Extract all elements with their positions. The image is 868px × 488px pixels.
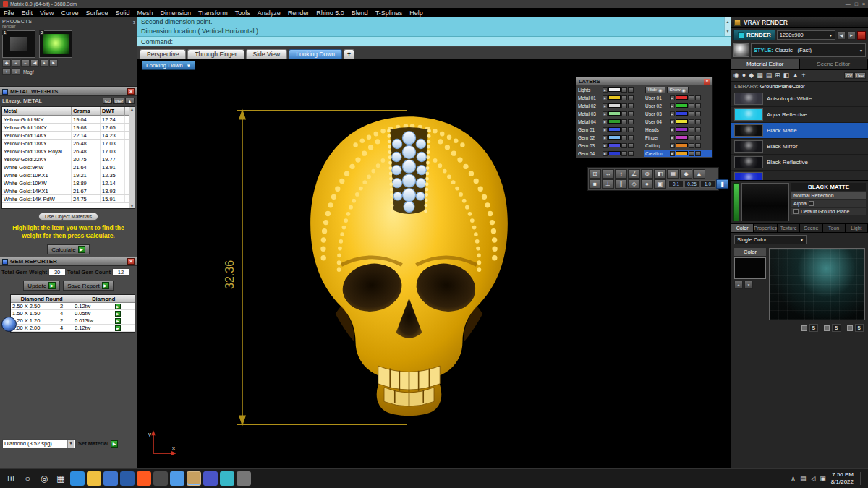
maximize-button[interactable]: □	[855, 1, 858, 7]
layer-expand-icon[interactable]: ▶	[603, 127, 608, 132]
layer-visibility-icon[interactable]	[695, 127, 701, 132]
layer-row[interactable]: User 03 ▶	[644, 110, 712, 117]
layer-visibility-icon[interactable]	[628, 111, 634, 116]
transform-tool-button[interactable]: ■	[589, 179, 601, 189]
taskbar-icon[interactable]	[170, 471, 184, 486]
menu-item[interactable]: Surface	[85, 9, 108, 17]
style-dropdown[interactable]: STYLE: Clazzic - (Fast) ▼	[751, 43, 866, 57]
layer-visibility-icon[interactable]	[695, 151, 701, 156]
color-picker-field[interactable]	[769, 248, 865, 320]
material-list-item[interactable]	[731, 171, 868, 181]
total-gem-count-input[interactable]	[112, 268, 129, 276]
layer-expand-icon[interactable]: ▶	[603, 95, 608, 100]
layer-visibility-icon[interactable]	[695, 135, 701, 140]
projects-tool-button[interactable]: ►	[49, 59, 58, 67]
snap-increment-button[interactable]: 0.25	[684, 180, 699, 188]
layer-lock-icon[interactable]	[689, 111, 694, 116]
library-mini-button[interactable]: GU	[103, 98, 112, 104]
swatch-edit-button[interactable]: +	[734, 281, 743, 289]
property-tab[interactable]: Toon	[823, 224, 846, 232]
transform-tool-button[interactable]: ↔	[602, 169, 614, 179]
layer-lock-icon[interactable]	[689, 119, 694, 124]
gem-table-row[interactable]: 2.50 X 2.5020.12tw ▶	[11, 303, 135, 310]
layer-row[interactable]: Gem 01 ▶	[577, 126, 644, 133]
layer-row[interactable]: User 01 ▶	[644, 94, 712, 101]
layer-row[interactable]: Metal 02 ▶	[577, 102, 644, 109]
alpha-checkbox[interactable]	[809, 201, 814, 206]
metal-table-row[interactable]: Yellow Gold:14KY22.1414.23	[2, 132, 135, 140]
taskbar-clock[interactable]: 7:56 PM 8/1/2022	[831, 471, 854, 486]
menu-item[interactable]: Edit	[22, 9, 33, 17]
metal-table-scrollbar[interactable]: ▲▼	[129, 107, 135, 208]
color-mode-dropdown[interactable]: Single Color ▼	[734, 235, 807, 244]
layer-row[interactable]: Lights ▶	[577, 86, 644, 93]
layer-color-swatch[interactable]	[676, 111, 688, 116]
metal-table-row[interactable]: Yellow Gold:10KY19.6812.65	[2, 124, 135, 132]
gem-row-go-icon[interactable]: ▶	[115, 304, 121, 309]
close-button[interactable]: ×	[862, 1, 865, 7]
material-tool-icon[interactable]: ◆	[749, 72, 754, 80]
taskbar-icon[interactable]	[220, 471, 234, 486]
menu-item[interactable]: Analyze	[258, 9, 281, 17]
transform-tool-button[interactable]: ●	[641, 179, 653, 189]
minimize-button[interactable]: —	[846, 1, 851, 7]
material-tool-icon[interactable]: ◉	[733, 72, 739, 80]
r-value[interactable]: 5	[809, 324, 818, 332]
layer-color-swatch[interactable]	[608, 119, 621, 124]
layer-color-swatch[interactable]	[676, 119, 688, 124]
transform-tool-button[interactable]: ∠	[628, 169, 640, 179]
projects-tool-button[interactable]: ↑	[2, 68, 11, 75]
layer-color-swatch[interactable]	[676, 95, 688, 100]
system-tray-icon[interactable]: ▣	[820, 475, 826, 482]
system-tray-icon[interactable]: ▤	[800, 475, 807, 482]
transform-tool-button[interactable]: ⊥	[602, 179, 614, 189]
transform-tool-button[interactable]: ▲	[693, 169, 705, 179]
library-mini-button[interactable]: User	[113, 98, 124, 104]
total-gem-weight-input[interactable]	[48, 268, 66, 276]
menu-item[interactable]: Render	[288, 9, 310, 17]
projects-tool-button[interactable]: ↓	[12, 68, 20, 75]
view-tab[interactable]: Side View	[246, 49, 288, 59]
metal-table-row[interactable]: Yellow Gold:9KY19.0412.24	[2, 116, 135, 124]
layer-lock-icon[interactable]	[689, 95, 694, 100]
metal-table-row[interactable]: Yellow Gold:18KY Royal26.4817.03	[2, 147, 135, 155]
layer-lock-icon[interactable]	[621, 87, 627, 93]
taskbar-icon[interactable]	[103, 471, 118, 486]
projects-tool-button[interactable]: +	[12, 59, 20, 67]
menu-item[interactable]: Rhino 5.0	[316, 9, 344, 17]
view-selector-button[interactable]: Looking Down ▼	[142, 61, 195, 70]
taskbar-icon[interactable]: ◎	[37, 471, 51, 486]
layer-lock-icon[interactable]	[689, 135, 694, 140]
taskbar-icon[interactable]: ⊞	[4, 471, 18, 486]
preview-slider[interactable]	[733, 183, 739, 221]
layer-color-swatch[interactable]	[676, 103, 688, 108]
ground-plane-row[interactable]: Default Ground Plane	[791, 208, 866, 215]
calculate-button[interactable]: Calculate ▶	[47, 244, 89, 254]
prev-render-button[interactable]: ◀	[837, 31, 846, 40]
layer-expand-icon[interactable]: ▶	[603, 151, 608, 156]
new-view-tab-button[interactable]: +	[344, 49, 354, 59]
hide-layers-button[interactable]: Hide◉	[645, 87, 665, 93]
close-icon[interactable]: ×	[127, 88, 135, 95]
menu-item[interactable]: Mesh	[137, 9, 153, 17]
project-thumbnail-1[interactable]: 1	[2, 30, 35, 58]
taskbar-icon[interactable]	[137, 471, 151, 486]
use-object-materials-button[interactable]: Use Object Materials	[38, 213, 98, 221]
layer-lock-icon[interactable]	[689, 103, 694, 108]
material-list-item[interactable]: Anisotropic White	[731, 91, 868, 107]
layer-color-swatch[interactable]	[608, 103, 621, 108]
layer-lock-icon[interactable]	[621, 111, 627, 116]
projects-tool-button[interactable]: ◀	[30, 59, 39, 67]
layer-visibility-icon[interactable]	[695, 143, 701, 148]
layer-expand-icon[interactable]: ▶	[670, 119, 675, 124]
gem-row-go-icon[interactable]: ▶	[115, 318, 121, 324]
layer-lock-icon[interactable]	[621, 151, 627, 156]
layer-row[interactable]: Gem 03 ▶	[577, 142, 644, 149]
layer-visibility-icon[interactable]	[628, 95, 634, 100]
material-tool-icon[interactable]: ▲	[792, 72, 799, 80]
view-tab[interactable]: Through Finger	[187, 49, 244, 59]
transform-tool-button[interactable]: ◇	[628, 179, 640, 189]
material-list-item[interactable]: Black Reflective	[731, 155, 868, 171]
material-tool-icon[interactable]: +	[801, 72, 805, 80]
layer-color-swatch[interactable]	[608, 87, 621, 92]
